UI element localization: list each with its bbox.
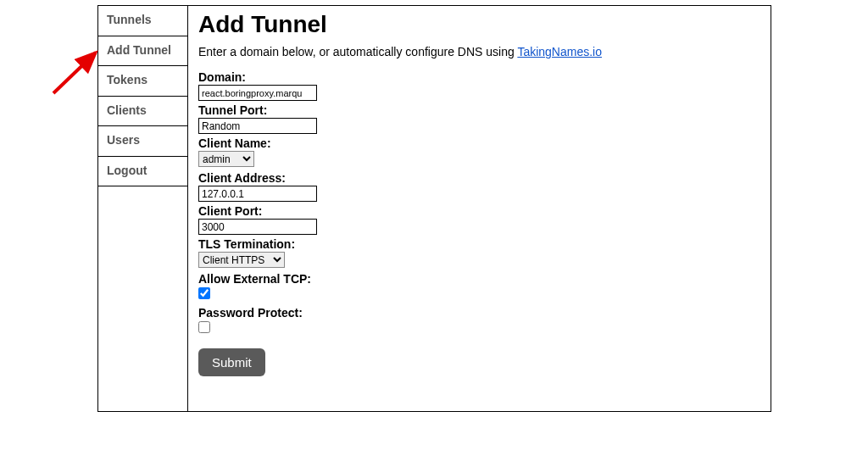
- sidebar-item-clients[interactable]: Clients: [98, 97, 187, 127]
- intro-text: Enter a domain below, or automatically c…: [198, 45, 760, 58]
- main-panel: Add Tunnel Enter a domain below, or auto…: [188, 6, 771, 411]
- page-title: Add Tunnel: [198, 11, 760, 38]
- tls-termination-label: TLS Termination:: [198, 237, 760, 251]
- sidebar-item-tokens[interactable]: Tokens: [98, 66, 187, 97]
- domain-input[interactable]: [198, 85, 317, 101]
- domain-label: Domain:: [198, 70, 760, 84]
- client-port-label: Client Port:: [198, 204, 760, 218]
- app-frame: Tunnels Add Tunnel Tokens Clients Users …: [97, 5, 771, 412]
- allow-external-tcp-checkbox[interactable]: [198, 287, 210, 299]
- client-name-label: Client Name:: [198, 136, 760, 150]
- password-protect-checkbox[interactable]: [198, 321, 210, 333]
- sidebar: Tunnels Add Tunnel Tokens Clients Users …: [98, 6, 188, 411]
- takingnames-link[interactable]: TakingNames.io: [517, 45, 602, 58]
- sidebar-item-users[interactable]: Users: [98, 126, 187, 157]
- tls-termination-select[interactable]: Client HTTPS: [198, 252, 285, 268]
- submit-button[interactable]: Submit: [198, 348, 265, 376]
- client-address-label: Client Address:: [198, 171, 760, 185]
- password-protect-label: Password Protect:: [198, 306, 760, 320]
- svg-line-0: [53, 53, 96, 93]
- sidebar-item-logout[interactable]: Logout: [98, 157, 187, 187]
- sidebar-item-add-tunnel[interactable]: Add Tunnel: [98, 36, 187, 67]
- tunnel-port-input[interactable]: [198, 118, 317, 134]
- sidebar-item-tunnels[interactable]: Tunnels: [98, 6, 187, 36]
- tunnel-port-label: Tunnel Port:: [198, 103, 760, 117]
- intro-prefix: Enter a domain below, or automatically c…: [198, 45, 517, 58]
- client-address-input[interactable]: [198, 186, 317, 202]
- allow-external-tcp-label: Allow External TCP:: [198, 272, 760, 286]
- client-name-select[interactable]: admin: [198, 151, 254, 167]
- client-port-input[interactable]: [198, 219, 317, 235]
